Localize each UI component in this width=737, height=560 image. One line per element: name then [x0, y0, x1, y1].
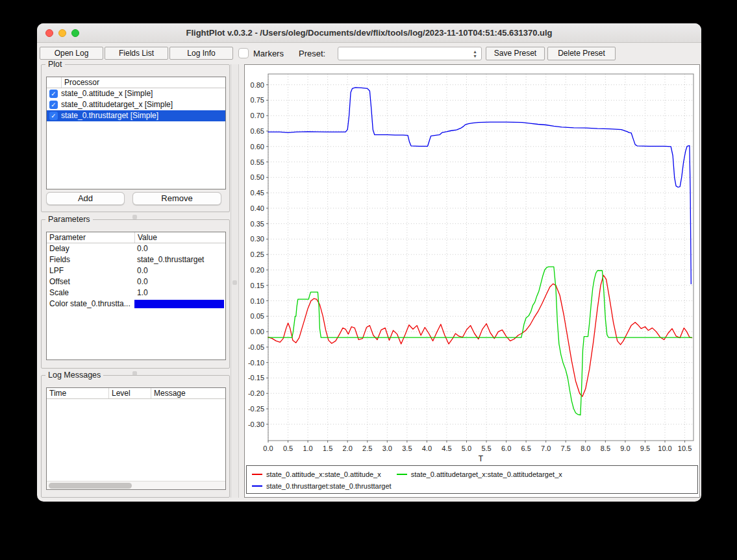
- parameter-color-row[interactable]: Color state_0.thrustta...: [47, 298, 225, 310]
- series-visible-checkbox[interactable]: ✓: [49, 112, 58, 120]
- close-window-button[interactable]: [45, 29, 53, 37]
- parameter-value[interactable]: 0.0: [134, 265, 225, 276]
- parameter-row[interactable]: Offset0.0: [47, 276, 225, 287]
- x-axis-tick-label: 3.0: [382, 444, 392, 452]
- x-axis-tick-label: 4.0: [422, 444, 432, 452]
- checkbox-column-header: [47, 77, 61, 88]
- series-row-label: state_0.thrusttarget [Simple]: [61, 110, 158, 121]
- vertical-splitter-handle[interactable]: [232, 280, 237, 285]
- save-preset-button[interactable]: Save Preset: [486, 47, 545, 60]
- y-axis-tick-label: 0.00: [251, 328, 264, 335]
- y-axis-tick-label: 0.30: [251, 235, 264, 243]
- series-visible-checkbox[interactable]: ✓: [49, 90, 58, 98]
- y-axis-tick-label: 0.05: [251, 312, 264, 320]
- parameter-name: LPF: [47, 265, 134, 276]
- parameter-name: Offset: [47, 276, 134, 287]
- log-info-button[interactable]: Log Info: [169, 47, 233, 60]
- parameters-group: Parameters Parameter Value Delay0.0Field…: [41, 219, 230, 369]
- preset-label: Preset:: [299, 49, 325, 58]
- chart-panel: 0.800.750.700.650.600.550.500.450.400.35…: [244, 64, 700, 498]
- x-axis-tick-label: 8.5: [601, 444, 610, 452]
- y-axis-tick-label: 0.15: [251, 282, 264, 289]
- series-row-label: state_0.attitudetarget_x [Simple]: [61, 99, 173, 110]
- parameter-value[interactable]: 0.0: [134, 276, 225, 287]
- plot-series-row[interactable]: ✓state_0.attitude_x [Simple]: [47, 88, 225, 99]
- legend-line-icon: [252, 474, 262, 475]
- parameters-table-header: Parameter Value: [47, 232, 225, 243]
- processor-column-header: Processor: [61, 77, 225, 88]
- parameter-name: Fields: [47, 254, 134, 265]
- x-axis-tick-label: 9.0: [620, 444, 630, 452]
- parameters-group-title: Parameters: [45, 215, 93, 224]
- flight-plot-chart[interactable]: 0.800.750.700.650.600.550.500.450.400.35…: [245, 65, 699, 465]
- horizontal-splitter-handle[interactable]: [132, 215, 137, 219]
- y-axis-tick-label: 0.20: [251, 266, 264, 274]
- vertical-splitter[interactable]: [231, 64, 239, 498]
- legend-item: state_0.attitude_x:state_0.attitude_x: [252, 470, 381, 478]
- parameter-row[interactable]: LPF0.0: [47, 265, 225, 276]
- y-axis-tick-label: -0.25: [248, 405, 264, 413]
- combobox-stepper-icon[interactable]: ▴▾: [471, 48, 479, 60]
- legend-line-icon: [397, 474, 407, 475]
- x-axis-tick-label: 7.0: [541, 444, 551, 452]
- x-axis-tick-label: 5.0: [462, 444, 471, 452]
- scrollbar-thumb[interactable]: [49, 483, 132, 489]
- x-axis-tick-label: 7.5: [561, 444, 571, 452]
- x-axis-tick-label: 6.5: [521, 444, 531, 452]
- parameter-value[interactable]: state_0.thrusttarget: [134, 254, 225, 265]
- plot-series-row[interactable]: ✓state_0.attitudetarget_x [Simple]: [47, 99, 225, 110]
- x-axis-tick-label: 0.0: [263, 444, 273, 452]
- y-axis-tick-label: 0.55: [251, 158, 264, 166]
- markers-label: Markers: [253, 49, 284, 58]
- parameter-row[interactable]: Delay0.0: [47, 243, 225, 254]
- level-column-header: Level: [108, 388, 151, 398]
- open-log-button[interactable]: Open Log: [40, 47, 103, 60]
- window-title: FlightPlot v.0.3.2 - /Users/oleg/Documen…: [89, 23, 649, 43]
- y-axis-tick-label: 0.80: [251, 81, 264, 89]
- x-axis-tick-label: 2.5: [362, 444, 372, 452]
- parameter-value[interactable]: 1.0: [134, 287, 225, 298]
- plot-series-table-body: ✓state_0.attitude_x [Simple]✓state_0.att…: [47, 88, 225, 121]
- y-axis-tick-label: 0.75: [251, 96, 264, 104]
- y-axis-tick-label: 0.50: [251, 173, 264, 181]
- x-axis-tick-label: 6.0: [501, 444, 511, 452]
- parameter-row[interactable]: Scale1.0: [47, 287, 225, 298]
- parameter-name: Color state_0.thrustta...: [47, 298, 134, 310]
- zoom-window-button[interactable]: [71, 29, 79, 37]
- legend-row: state_0.thrusttarget:state_0.thrusttarge…: [252, 480, 692, 492]
- parameter-value[interactable]: 0.0: [134, 243, 225, 254]
- legend-label: state_0.attitudetarget_x:state_0.attitud…: [411, 470, 562, 478]
- x-axis-tick-label: 10.5: [678, 444, 692, 452]
- plot-series-table: Processor ✓state_0.attitude_x [Simple]✓s…: [46, 77, 226, 189]
- plot-table-header: Processor: [47, 77, 225, 88]
- y-axis-tick-label: 0.25: [251, 250, 264, 258]
- minimize-window-button[interactable]: [58, 29, 66, 37]
- value-column-header: Value: [134, 232, 225, 243]
- series-row-label: state_0.attitude_x [Simple]: [61, 88, 153, 99]
- add-button[interactable]: Add: [46, 192, 125, 205]
- color-swatch[interactable]: [134, 300, 224, 308]
- x-axis-tick-label: 5.5: [481, 444, 491, 452]
- log-messages-group: Log Messages Time Level Message: [41, 375, 230, 498]
- legend-item: state_0.thrusttarget:state_0.thrusttarge…: [252, 482, 392, 490]
- legend-label: state_0.thrusttarget:state_0.thrusttarge…: [266, 482, 392, 490]
- log-messages-table: Time Level Message: [46, 387, 226, 490]
- parameters-table: Parameter Value Delay0.0Fieldsstate_0.th…: [46, 232, 226, 360]
- y-axis-tick-label: 0.65: [251, 127, 264, 135]
- plot-group-title: Plot: [45, 60, 65, 69]
- remove-button[interactable]: Remove: [132, 192, 221, 205]
- x-axis-tick-label: 4.5: [442, 444, 451, 452]
- series-visible-checkbox[interactable]: ✓: [49, 101, 58, 109]
- plot-series-row[interactable]: ✓state_0.thrusttarget [Simple]: [47, 110, 225, 121]
- parameter-name: Scale: [47, 287, 134, 298]
- parameter-name: Delay: [47, 243, 134, 254]
- y-axis-tick-label: 0.40: [251, 204, 264, 212]
- delete-preset-button[interactable]: Delete Preset: [547, 47, 616, 60]
- horizontal-scrollbar[interactable]: [47, 481, 225, 489]
- markers-checkbox[interactable]: [238, 48, 249, 58]
- parameter-row[interactable]: Fieldsstate_0.thrusttarget: [47, 254, 225, 265]
- x-axis-tick-label: 1.0: [303, 444, 312, 452]
- preset-combobox[interactable]: ▴▾: [338, 47, 482, 60]
- fields-list-button[interactable]: Fields List: [105, 47, 168, 60]
- series-line: [268, 267, 692, 415]
